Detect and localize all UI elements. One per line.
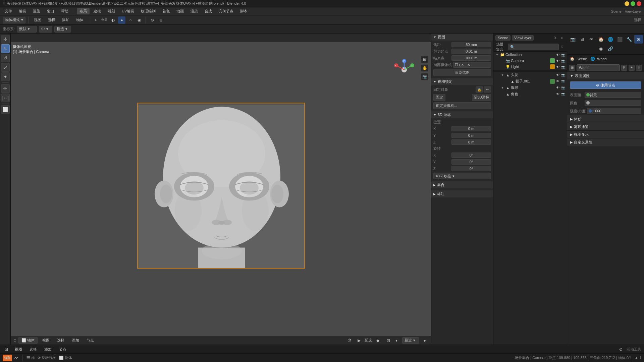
add-tool[interactable]: ⬜ (1, 105, 10, 114)
status-key2[interactable]: ⟳ 旋转视图 (38, 355, 56, 360)
outliner-tonzi[interactable]: ▲ 顿子.001 👁 📷 (493, 78, 567, 84)
camera-expand[interactable] (500, 58, 505, 63)
annotate-tool[interactable]: ✏ (1, 84, 10, 93)
shading-btn2[interactable]: ● (421, 337, 428, 344)
hand-btn[interactable]: ✋ (421, 64, 428, 72)
top-select[interactable]: 选择 (45, 17, 58, 23)
tonzi-expand[interactable] (505, 79, 509, 84)
render-btn[interactable]: ⊡ (385, 337, 392, 344)
local-cam-value[interactable]: ☐ Ca... ✕ (453, 62, 491, 68)
active-tool-indicator[interactable]: ⊙ (617, 346, 625, 353)
jiaose-eye[interactable]: 👁 (555, 92, 560, 97)
filter-icon[interactable]: ⊻ (552, 35, 558, 41)
transform-tool[interactable]: ✦ (1, 72, 10, 81)
footer-add[interactable]: 添加 (69, 337, 82, 344)
render-select[interactable]: ▾ (393, 337, 400, 344)
top-add[interactable]: 添加 (59, 17, 72, 23)
tonzi-eye[interactable]: 👁 (555, 79, 560, 84)
menu-file[interactable]: 文件 (2, 8, 15, 14)
footer-mesh-select[interactable]: ⬜ 物体 (18, 337, 38, 344)
status-key1[interactable]: ☰ 样 (26, 355, 35, 360)
cy-value[interactable]: 0 m (451, 133, 491, 138)
viewlayer-btn[interactable]: ViewLayer (512, 35, 534, 41)
collection-eye[interactable]: 👁 (555, 52, 560, 57)
global-icon[interactable]: 全局 (101, 16, 108, 24)
maximize-button[interactable] (631, 1, 635, 6)
camera-render[interactable]: 📷 (561, 58, 566, 63)
strength-field[interactable]: 1.000 (587, 108, 641, 114)
outliner-camera[interactable]: 📷 Camera 👁 📷 (493, 58, 567, 64)
light-expand[interactable] (500, 64, 505, 69)
custom-props-header[interactable]: ▶ 自定义属性 (567, 138, 644, 146)
fuqiu-eye[interactable]: 👁 (555, 85, 560, 90)
cry-value[interactable]: 0° (451, 159, 491, 165)
gizmo-overlay[interactable]: Z Y X (393, 59, 415, 80)
footer-clock[interactable]: ⏱ (346, 337, 353, 344)
timeline-icon[interactable]: ⊡ (3, 346, 10, 353)
gizmo-icon[interactable]: ⊕ (157, 16, 165, 24)
world-new-btn[interactable]: + (629, 65, 635, 71)
workspace-layout[interactable]: 布局 (77, 8, 90, 14)
fuqiu-render[interactable]: 📷 (561, 85, 566, 90)
collection-section-header[interactable]: ▶ 集合 (431, 181, 493, 188)
workspace-geometry-nodes[interactable]: 几何节点 (216, 8, 236, 14)
cursor-section-header[interactable]: ▼ 3D 游标 (431, 111, 493, 118)
workspace-texture[interactable]: 纹理绘制 (138, 8, 158, 14)
top-object[interactable]: 物体 (73, 17, 86, 23)
camera-eye[interactable]: 👁 (555, 58, 560, 63)
props-modifier-icon[interactable]: 🔧 (625, 35, 634, 44)
outliner-fuqiu[interactable]: ▼ ▲ 服球 👁 📷 (493, 84, 567, 91)
props-constraint-icon[interactable]: 🔗 (606, 44, 615, 53)
footer-keying[interactable]: ◆ (374, 337, 381, 344)
cz-value[interactable]: 0 m (451, 139, 491, 145)
measure-tool[interactable]: |↔| (1, 94, 10, 102)
light-eye[interactable]: 👁 (555, 64, 560, 69)
top-view[interactable]: 视图 (31, 17, 44, 23)
props-material-icon[interactable]: ◉ (597, 44, 605, 53)
world-copy-btn[interactable]: ⎘ (621, 65, 627, 71)
scale-tool[interactable]: ⤢ (1, 63, 10, 72)
zoom-extents-btn[interactable]: ⊞ (421, 56, 428, 63)
cursor-tool[interactable]: ✛ (1, 35, 10, 44)
coord-select[interactable]: 默认 ▾ (17, 26, 37, 33)
footer-nodes[interactable]: 节点 (84, 337, 97, 344)
menu-window[interactable]: 窗口 (44, 8, 57, 14)
view-section-header[interactable]: ▼ 视图 (431, 34, 493, 41)
color-field[interactable] (585, 100, 641, 106)
lock-camera-btn[interactable]: 锁定摄像机... (433, 102, 491, 109)
close-button[interactable] (637, 1, 641, 6)
clip-start-value[interactable]: 0.01 m (451, 49, 491, 54)
menu-edit[interactable]: 编辑 (16, 8, 29, 14)
fuqiu-expand[interactable]: ▼ (500, 85, 505, 90)
footer-view[interactable]: 视图 (40, 337, 52, 344)
props-object-icon[interactable]: ⬛ (615, 35, 624, 44)
outliner-light[interactable]: 💡 Light 👁 📷 (493, 64, 567, 70)
crx-value[interactable]: 0° (451, 153, 491, 158)
shading-solid[interactable]: ● (118, 16, 125, 24)
snap-select[interactable]: 框选 ▾ (54, 26, 71, 33)
props-world-icon[interactable]: 🌐 (606, 35, 615, 44)
outliner-jiaose[interactable]: ▲ 角色 👁 📷 (493, 91, 567, 97)
footer-select[interactable]: 选择 (54, 337, 67, 344)
props-scene-icon[interactable]: 🏠 (597, 35, 605, 44)
surface-header[interactable]: ▼ 表面属性 (567, 72, 644, 79)
pivot-select[interactable]: 中 ▾ (39, 26, 52, 33)
viewport-main[interactable]: 摄像机透视 (1) 场景集合 | Camera (11, 42, 431, 336)
jiaose-expand[interactable] (500, 92, 505, 97)
use-nodes-btn[interactable]: ⊙ 使用节点 (570, 81, 641, 89)
collection-expand[interactable]: ▼ (495, 52, 499, 57)
lock-section-header[interactable]: ▼ 视图锁定 (431, 78, 493, 85)
outliner-search-input[interactable] (508, 44, 559, 50)
viewport-display-header[interactable]: ▶ 视图显示 (567, 131, 644, 138)
props-active-icon[interactable]: ⊙ (634, 35, 643, 44)
props-output-icon[interactable]: 🖥 (578, 35, 587, 44)
camera-btn[interactable]: 📷 (421, 73, 428, 80)
fix-btn[interactable]: 固定 (433, 94, 445, 101)
props-render-icon[interactable]: 📷 (569, 35, 577, 44)
shading4[interactable]: ◉ (136, 16, 143, 24)
clip-end-value[interactable]: 1000 m (451, 55, 491, 61)
snap-icon[interactable]: ⌖ (92, 16, 99, 24)
tl-select[interactable]: 选择 (27, 346, 40, 353)
workspace-uv[interactable]: UV编辑 (119, 8, 137, 14)
lock-edit-icon[interactable]: ✏ (484, 86, 491, 93)
